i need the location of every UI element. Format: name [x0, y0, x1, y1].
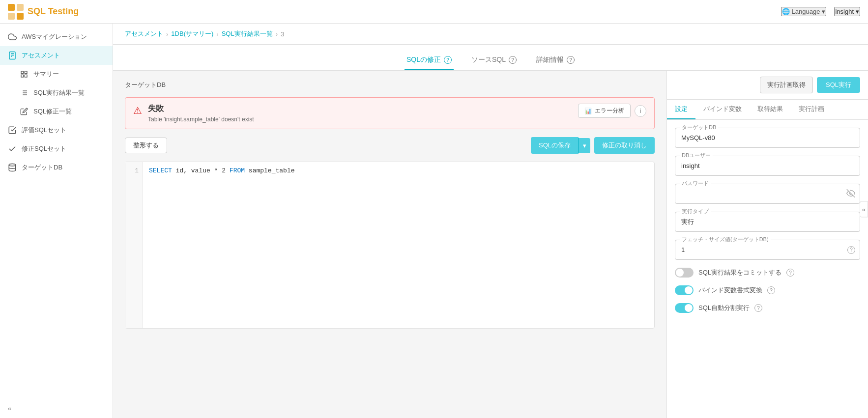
code-content[interactable]: SELECT id, value * 2 FROM sample_table [143, 162, 654, 328]
toggle-auto-split-help-icon[interactable]: ? [754, 304, 762, 312]
toolbar-right: SQLの保存 修正の取り消し [531, 137, 655, 154]
right-sidebar-collapse-button[interactable]: « [860, 201, 868, 217]
user-menu-button[interactable]: insight [834, 7, 860, 16]
grid-icon [20, 70, 29, 79]
fetch-size-help-circle[interactable]: ? [847, 246, 855, 254]
format-button[interactable]: 整形する [125, 138, 167, 153]
fetch-size-field: フェッチ・サイズ値(ターゲットDB) ? [675, 240, 860, 260]
right-tab-exec-plan-label: 実行計画 [799, 105, 824, 112]
error-actions: 📊 エラー分析 i [578, 104, 646, 118]
edit-icon [20, 107, 29, 116]
toggle-bind-help-icon[interactable]: ? [767, 286, 775, 294]
password-field-label: パスワード [680, 180, 711, 187]
globe-icon: 🌐 [782, 8, 790, 15]
save-btn-group: SQLの保存 [531, 137, 590, 154]
execute-sql-button[interactable]: SQL実行 [817, 77, 860, 93]
code-editor[interactable]: 1 SELECT id, value * 2 FROM sample_table [125, 162, 655, 329]
tab-source-sql[interactable]: ソースSQL ? [469, 51, 519, 70]
sidebar-item-assessment[interactable]: アセスメント [0, 46, 113, 65]
save-sql-button[interactable]: SQLの保存 [531, 137, 579, 154]
toggle-bind-switch[interactable] [675, 285, 694, 295]
right-panel-settings-body: ターゲットDB MySQL-v80 DBユーザー パスワード [667, 120, 868, 418]
sidebar-item-summary[interactable]: サマリー [0, 65, 113, 84]
toggle-bind-row: バインド変数書式変換 ? [675, 285, 860, 295]
sidebar-label-target-db: ターゲットDB [22, 163, 62, 172]
cloud-icon [8, 32, 17, 41]
svg-rect-0 [8, 4, 15, 11]
tab-detail-help-icon[interactable]: ? [567, 56, 575, 64]
right-tab-bind-vars[interactable]: バインド変数 [695, 100, 750, 119]
sidebar-label-sql-fixes: SQL修正一覧 [33, 107, 72, 116]
right-tab-bind-vars-label: バインド変数 [703, 105, 742, 112]
tab-sql-fix[interactable]: SQLの修正 ? [405, 51, 454, 70]
breadcrumb-sql-results[interactable]: SQL実行結果一覧 [222, 29, 273, 38]
body-content: ターゲットDB ⚠ 失敗 Table 'insight.sample_table… [113, 71, 868, 418]
chevron-down-icon-user [856, 8, 859, 15]
toggle-commit-switch[interactable] [675, 268, 694, 278]
toggle-commit-label: SQL実行結果をコミットする [698, 268, 781, 277]
tab-sql-fix-help-icon[interactable]: ? [444, 56, 452, 64]
app-title: SQL Testing [28, 6, 79, 17]
tab-detail-label: 詳細情報 [536, 56, 564, 64]
error-info-button[interactable]: i [635, 105, 646, 117]
main-layout: AWSマイグレーション アセスメント サマリー SQ [0, 24, 868, 418]
right-tab-fetch-result-label: 取得結果 [757, 105, 783, 112]
toggle-commit-help-icon[interactable]: ? [786, 269, 794, 277]
sidebar-label-fix-sql: 修正SQLセット [22, 144, 66, 153]
fetch-size-field-label: フェッチ・サイズ値(ターゲットDB) [680, 236, 771, 243]
breadcrumb-assessment[interactable]: アセスメント [125, 29, 163, 38]
sidebar-item-sql-results[interactable]: SQL実行結果一覧 [0, 84, 113, 102]
sidebar-item-sql-fixes[interactable]: SQL修正一覧 [0, 102, 113, 121]
save-sql-dropdown-button[interactable] [579, 138, 590, 153]
sidebar: AWSマイグレーション アセスメント サマリー SQ [0, 24, 113, 418]
breadcrumb-1db[interactable]: 1DB(サマリー) [171, 29, 213, 38]
target-db-field: ターゲットDB MySQL-v80 [675, 128, 860, 148]
error-title: 失敗 [148, 104, 572, 114]
sidebar-item-fix-sql[interactable]: 修正SQLセット [0, 139, 113, 158]
tab-source-sql-help-icon[interactable]: ? [509, 56, 517, 64]
target-db-field-label: ターゲットDB [680, 124, 718, 131]
right-toolbar: 実行計画取得 SQL実行 [667, 71, 868, 100]
chevron-down-save-icon [583, 142, 586, 149]
error-box: ⚠ 失敗 Table 'insight.sample_table' doesn'… [125, 97, 655, 129]
svg-rect-2 [8, 13, 15, 20]
cancel-fix-button[interactable]: 修正の取り消し [594, 137, 655, 154]
top-header: SQL Testing 🌐 Language insight [0, 0, 868, 24]
right-panel: 実行計画取得 SQL実行 設定 バインド変数 取得結果 実行計画 [666, 71, 868, 418]
toggle-auto-split-row: SQL自動分割実行 ? [675, 303, 860, 313]
right-tab-fetch-result[interactable]: 取得結果 [750, 100, 791, 119]
sidebar-label-sql-results: SQL実行結果一覧 [33, 88, 85, 97]
breadcrumb-sep-2: › [216, 30, 218, 38]
error-analyze-button[interactable]: 📊 エラー分析 [578, 104, 631, 118]
sidebar-item-eval-sql[interactable]: 評価SQLセット [0, 121, 113, 139]
sidebar-label-eval-sql: 評価SQLセット [22, 126, 66, 135]
error-message: Table 'insight.sample_table' doesn't exi… [148, 116, 572, 123]
svg-rect-3 [17, 13, 24, 20]
sidebar-collapse-button[interactable]: « [0, 399, 113, 418]
db-user-field-label: DBユーザー [680, 152, 713, 159]
get-execution-plan-button[interactable]: 実行計画取得 [760, 77, 813, 93]
right-tab-exec-plan[interactable]: 実行計画 [791, 100, 832, 119]
tab-source-sql-label: ソースSQL [471, 56, 506, 64]
error-content: 失敗 Table 'insight.sample_table' doesn't … [148, 104, 572, 123]
tab-detail[interactable]: 詳細情報 ? [534, 51, 577, 70]
fetch-size-help-icon[interactable]: ? [847, 246, 855, 254]
logo-icon [8, 4, 24, 20]
sidebar-item-aws-migration[interactable]: AWSマイグレーション [0, 28, 113, 46]
toggle-auto-split-switch[interactable] [675, 303, 694, 313]
password-visibility-toggle-icon[interactable] [846, 189, 855, 199]
sidebar-nav: AWSマイグレーション アセスメント サマリー SQ [0, 24, 113, 181]
db-user-field: DBユーザー [675, 156, 860, 176]
list-icon [20, 88, 29, 97]
svg-point-18 [9, 164, 16, 167]
target-db-section-label: ターゲットDB [125, 81, 655, 89]
sidebar-item-target-db[interactable]: ターゲットDB [0, 158, 113, 177]
breadcrumb-sep-3: › [276, 30, 278, 38]
svg-rect-8 [21, 71, 24, 74]
line-numbers: 1 [125, 162, 143, 328]
document-icon [8, 51, 17, 60]
language-button[interactable]: 🌐 Language [781, 7, 827, 16]
right-tab-settings[interactable]: 設定 [667, 100, 695, 119]
checklist-icon [8, 126, 17, 135]
chart-icon: 📊 [584, 108, 592, 114]
